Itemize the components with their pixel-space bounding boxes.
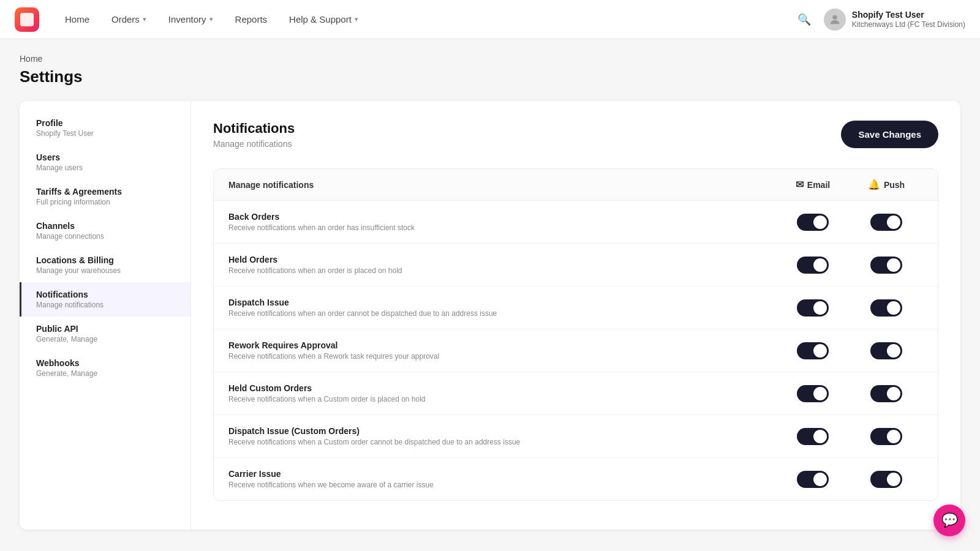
notif-push-toggle-cell-rework-approval xyxy=(850,342,923,359)
sidebar-item-notifications[interactable]: Notifications Manage notifications xyxy=(20,282,190,317)
push-icon: 🔔 xyxy=(868,179,880,190)
sidebar-item-subtitle-tariffs: Full pricing information xyxy=(36,198,176,206)
orders-chevron-icon: ▾ xyxy=(143,15,146,23)
notif-title-held-custom-orders: Held Custom Orders xyxy=(228,383,776,393)
avatar xyxy=(824,9,846,31)
sidebar-item-subtitle-public-api: Generate, Manage xyxy=(36,335,176,343)
notif-push-toggle-cell-dispatch-issue xyxy=(850,299,923,317)
notif-title-dispatch-issue: Dispatch Issue xyxy=(228,298,776,307)
notif-title-back-orders: Back Orders xyxy=(228,212,776,222)
sidebar-item-locations[interactable]: Locations & Billing Manage your warehous… xyxy=(20,248,190,282)
notif-email-toggle-dispatch-issue-custom[interactable] xyxy=(797,428,829,445)
logo[interactable] xyxy=(15,7,39,32)
notif-email-toggle-cell-held-custom-orders xyxy=(776,385,850,402)
notif-info-rework-approval: Rework Requires Approval Receive notific… xyxy=(228,340,776,361)
user-profile[interactable]: Shopify Test User Kitchenways Ltd (FC Te… xyxy=(824,9,965,31)
sidebar-item-subtitle-users: Manage users xyxy=(36,163,176,172)
notif-push-toggle-cell-dispatch-issue-custom xyxy=(850,428,923,445)
notif-desc-held-custom-orders: Receive notifications when a Custom orde… xyxy=(228,395,776,403)
user-info: Shopify Test User Kitchenways Ltd (FC Te… xyxy=(852,9,965,30)
page-title: Settings xyxy=(20,67,960,86)
notif-title-rework-approval: Rework Requires Approval xyxy=(228,340,776,350)
nav-inventory[interactable]: Inventory ▾ xyxy=(160,9,222,29)
notif-email-toggle-rework-approval[interactable] xyxy=(797,342,829,359)
nav-orders[interactable]: Orders ▾ xyxy=(103,9,155,29)
email-label: Email xyxy=(807,180,830,190)
notif-desc-dispatch-issue: Receive notifications when an order cann… xyxy=(228,309,776,318)
notification-rows: Back Orders Receive notifications when a… xyxy=(214,201,938,500)
email-icon: ✉ xyxy=(796,179,804,190)
notif-email-toggle-cell-dispatch-issue xyxy=(776,299,850,317)
notif-push-toggle-held-custom-orders[interactable] xyxy=(870,385,902,402)
notif-desc-held-orders: Receive notifications when an order is p… xyxy=(228,266,776,275)
notif-push-toggle-rework-approval[interactable] xyxy=(870,342,902,359)
search-button[interactable]: 🔍 xyxy=(794,10,814,29)
notification-row-dispatch-issue-custom: Dispatch Issue (Custom Orders) Receive n… xyxy=(214,415,938,458)
push-column-header: 🔔 Push xyxy=(850,179,923,190)
section-heading: Notifications Manage notifications xyxy=(213,121,295,149)
sidebar-item-channels[interactable]: Channels Manage connections xyxy=(20,214,190,248)
user-company: Kitchenways Ltd (FC Test Division) xyxy=(852,20,965,30)
notif-title-dispatch-issue-custom: Dispatch Issue (Custom Orders) xyxy=(228,426,776,436)
nav-reports[interactable]: Reports xyxy=(227,9,276,29)
notif-info-dispatch-issue: Dispatch Issue Receive notifications whe… xyxy=(228,298,776,318)
notif-email-toggle-back-orders[interactable] xyxy=(797,214,829,231)
notif-desc-rework-approval: Receive notifications when a Rework task… xyxy=(228,352,776,361)
help-chevron-icon: ▾ xyxy=(355,15,358,23)
notif-desc-carrier-issue: Receive notifications when we become awa… xyxy=(228,481,776,489)
notif-push-toggle-dispatch-issue-custom[interactable] xyxy=(870,428,902,445)
sidebar-item-title-channels: Channels xyxy=(36,221,176,231)
topnav-right: 🔍 Shopify Test User Kitchenways Ltd (FC … xyxy=(794,9,965,31)
settings-sidebar: Profile Shopify Test User Users Manage u… xyxy=(20,101,191,530)
sidebar-item-subtitle-locations: Manage your warehouses xyxy=(36,266,176,275)
notif-push-toggle-carrier-issue[interactable] xyxy=(870,471,902,488)
sidebar-item-tariffs[interactable]: Tariffs & Agreements Full pricing inform… xyxy=(20,179,190,214)
notif-email-toggle-dispatch-issue[interactable] xyxy=(797,299,829,317)
notif-desc-back-orders: Receive notifications when an order has … xyxy=(228,223,776,232)
sidebar-item-title-users: Users xyxy=(36,152,176,162)
notif-push-toggle-cell-carrier-issue xyxy=(850,471,923,488)
notification-row-carrier-issue: Carrier Issue Receive notifications when… xyxy=(214,458,938,500)
section-header: Notifications Manage notifications Save … xyxy=(213,121,938,149)
notification-row-held-orders: Held Orders Receive notifications when a… xyxy=(214,244,938,287)
notif-email-toggle-held-orders[interactable] xyxy=(797,257,829,274)
sidebar-item-public-api[interactable]: Public API Generate, Manage xyxy=(20,317,190,351)
section-title: Notifications xyxy=(213,121,295,137)
notif-push-toggle-back-orders[interactable] xyxy=(870,214,902,231)
notifications-header-row: Manage notifications ✉ Email 🔔 Push xyxy=(214,169,938,201)
sidebar-item-subtitle-notifications: Manage notifications xyxy=(36,301,176,309)
sidebar-item-title-tariffs: Tariffs & Agreements xyxy=(36,187,176,197)
manage-notifications-label: Manage notifications xyxy=(228,180,776,190)
notif-email-toggle-carrier-issue[interactable] xyxy=(797,471,829,488)
sidebar-item-subtitle-webhooks: Generate, Manage xyxy=(36,369,176,378)
push-label: Push xyxy=(884,180,905,190)
notif-email-toggle-cell-dispatch-issue-custom xyxy=(776,428,850,445)
notif-title-carrier-issue: Carrier Issue xyxy=(228,469,776,479)
settings-main: Notifications Manage notifications Save … xyxy=(191,101,960,530)
notif-info-held-orders: Held Orders Receive notifications when a… xyxy=(228,255,776,275)
topnav: Home Orders ▾ Inventory ▾ Reports Help &… xyxy=(0,0,980,39)
sidebar-item-subtitle-profile: Shopify Test User xyxy=(36,129,176,138)
sidebar-item-users[interactable]: Users Manage users xyxy=(20,145,190,179)
notif-push-toggle-dispatch-issue[interactable] xyxy=(870,299,902,317)
notif-info-back-orders: Back Orders Receive notifications when a… xyxy=(228,212,776,232)
notification-row-rework-approval: Rework Requires Approval Receive notific… xyxy=(214,329,938,372)
sidebar-item-webhooks[interactable]: Webhooks Generate, Manage xyxy=(20,351,190,385)
sidebar-item-profile[interactable]: Profile Shopify Test User xyxy=(20,111,190,145)
notif-info-held-custom-orders: Held Custom Orders Receive notifications… xyxy=(228,383,776,403)
notif-push-toggle-cell-held-orders xyxy=(850,257,923,274)
breadcrumb[interactable]: Home xyxy=(20,54,960,64)
notif-email-toggle-cell-held-orders xyxy=(776,257,850,274)
nav-help[interactable]: Help & Support ▾ xyxy=(281,9,367,29)
section-subtitle: Manage notifications xyxy=(213,139,295,149)
notif-push-toggle-cell-held-custom-orders xyxy=(850,385,923,402)
notif-title-held-orders: Held Orders xyxy=(228,255,776,264)
notif-push-toggle-held-orders[interactable] xyxy=(870,257,902,274)
save-changes-button[interactable]: Save Changes xyxy=(841,121,938,148)
notification-row-dispatch-issue: Dispatch Issue Receive notifications whe… xyxy=(214,287,938,329)
main-nav: Home Orders ▾ Inventory ▾ Reports Help &… xyxy=(56,9,794,29)
nav-home[interactable]: Home xyxy=(56,9,98,29)
chat-support-button[interactable]: 💬 xyxy=(933,504,965,536)
inventory-chevron-icon: ▾ xyxy=(209,15,213,23)
notif-email-toggle-held-custom-orders[interactable] xyxy=(797,385,829,402)
